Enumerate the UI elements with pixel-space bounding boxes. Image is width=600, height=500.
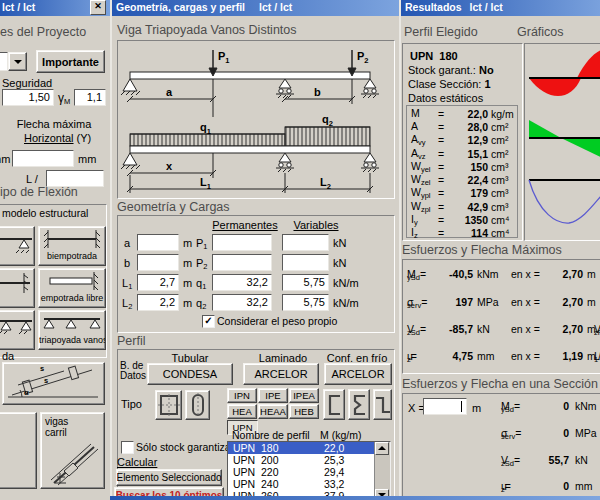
tab-graficos[interactable]: Gráficos <box>517 25 564 39</box>
q1-perm-input[interactable]: 32,2 <box>212 274 272 291</box>
tab-perfil-elegido[interactable]: Perfil Elegido <box>404 25 478 39</box>
titlebar-proyecto-text: lct / lct <box>2 1 35 13</box>
biempotrada-button[interactable]: biempotrada <box>38 226 106 266</box>
type-heaa-button[interactable]: HEAA <box>258 404 288 419</box>
svg-text:b: b <box>314 86 321 98</box>
table-row: Wzel=22,4cm³ <box>411 173 517 186</box>
geo-sym-a: a <box>124 237 130 251</box>
list-item[interactable]: UPN 22029,4 <box>228 466 390 478</box>
project-combo-field[interactable] <box>0 52 8 71</box>
l1-unit: m <box>183 277 192 289</box>
list-scrollbar[interactable] <box>374 442 390 500</box>
variables-link[interactable]: Variables <box>288 219 344 231</box>
bdatos-label: B. deDatos <box>120 361 146 381</box>
static-properties-table: M=22,0kg/m A=28,0cm² Avy=12,9cm² Avz=15,… <box>406 105 518 238</box>
type-heb-button[interactable]: HEB <box>289 404 319 419</box>
l2-input[interactable]: 2,2 <box>137 294 179 311</box>
round-tube-button[interactable] <box>185 390 210 420</box>
shear-diagram <box>529 120 600 160</box>
type-ipea-button[interactable]: IPEA <box>289 388 319 403</box>
table-row: Iz=114cm⁴ <box>411 227 517 240</box>
beam-diagram: P1 P2 a b q1 q2 x L1 L2 <box>120 42 392 194</box>
list-item[interactable]: UPN 20025,3 <box>228 454 390 466</box>
geo-sym-l2: L2 <box>122 297 132 311</box>
mm-right-label: mm <box>78 153 96 165</box>
vigas-carril-button[interactable]: vigascarril <box>40 412 105 489</box>
profile-name: UPN 180 <box>410 50 458 62</box>
viga-inclinada-button[interactable]: s s α <box>2 362 105 405</box>
geo-sym-p1: P1 <box>196 237 208 251</box>
horizontal-suffix: (Y) <box>74 132 92 144</box>
l1-input[interactable]: 2,7 <box>137 274 179 291</box>
deflection-diagram <box>529 180 600 223</box>
type-hea-button[interactable]: HEA <box>227 404 257 419</box>
stock-row: Stock garant.: No <box>408 64 494 76</box>
a-input[interactable] <box>137 234 179 251</box>
list-item[interactable]: UPN 24033,2 <box>228 478 390 490</box>
structural-model-button-partial-1[interactable] <box>0 226 35 266</box>
table-row: A=28,0cm² <box>411 120 517 133</box>
titlebar-resultados-tag: lct / lct <box>470 1 503 13</box>
peso-propio-checkbox[interactable] <box>202 315 215 328</box>
flecha-mm-input[interactable] <box>12 150 74 167</box>
datos-estaticos-label: Datos estáticos <box>408 92 483 104</box>
a-unit: m <box>183 237 192 249</box>
c-profile-button[interactable] <box>323 389 345 420</box>
beam-support-icon <box>0 227 34 261</box>
z-profile-button[interactable] <box>373 389 392 420</box>
scroll-up-icon[interactable] <box>375 442 389 455</box>
structural-model-button-partial-2[interactable] <box>0 268 35 308</box>
condesa-button[interactable]: CONDESA <box>147 363 233 385</box>
structural-model-button-partial-3[interactable] <box>0 310 35 350</box>
geometria-heading: Geometría y Cargas <box>117 200 230 214</box>
q2-perm-input[interactable]: 32,2 <box>212 294 272 311</box>
arcelor-laminado-button[interactable]: ARCELOR <box>243 363 319 385</box>
window-edge-strip <box>110 496 600 500</box>
graficos-box <box>524 43 600 241</box>
b-input[interactable] <box>137 254 179 271</box>
q2-var-input[interactable]: 5,75 <box>282 294 329 311</box>
rect-tube-button[interactable] <box>155 390 182 420</box>
list-item[interactable]: UPN 18022,0 <box>228 442 390 454</box>
inclinada-heading-tail: da <box>2 350 14 362</box>
table-row: Avz=15,1cm² <box>411 147 517 160</box>
maximos-heading: Esfuerzos y Flecha Máximos <box>402 243 562 257</box>
p2-var-input[interactable] <box>282 254 329 271</box>
biempotrada-icon <box>42 227 102 251</box>
titlebar-geometria[interactable]: Geometría, cargas y perfil lct / lct <box>112 0 404 16</box>
max-row-uz: uz = 4,75mm en x =1,19m L1 / 5 <box>403 350 600 366</box>
pin-support-icon <box>123 79 137 91</box>
type-ipe-button[interactable]: IPE <box>258 388 288 403</box>
flecha-maxima-label: Flecha máxima <box>8 118 100 130</box>
permanentes-link[interactable]: Permanentes <box>205 219 285 231</box>
p2-perm-input[interactable] <box>212 254 272 271</box>
p1-perm-input[interactable] <box>212 234 272 251</box>
calcular-link[interactable]: Calcular <box>117 456 157 468</box>
sigma-profile-button[interactable] <box>348 389 370 420</box>
gamma-m2-input[interactable]: 1,1 <box>74 89 106 106</box>
gamma-m1-input[interactable]: 1,50 <box>2 89 54 106</box>
elemento-seleccionado-button[interactable]: Elemento Seleccionado <box>116 469 222 486</box>
type-ipn-button[interactable]: IPN <box>227 388 257 403</box>
titlebar-resultados-text: Resultados <box>405 1 462 13</box>
p1-var-input[interactable] <box>282 234 329 251</box>
svg-text:α: α <box>24 388 29 397</box>
empotrada-libre-button[interactable]: empotrada libre <box>38 268 106 308</box>
bottom-left-button-partial[interactable] <box>0 412 37 489</box>
q1-var-input[interactable]: 5,75 <box>282 274 329 291</box>
stock-garantizado-checkbox[interactable] <box>121 441 134 454</box>
close-icon[interactable] <box>90 0 106 15</box>
roller-support-icon <box>361 79 379 98</box>
max-row-vzsd: VzSd = -85,7kN en x =2,70m VzRd <box>403 323 600 339</box>
horizontal-link[interactable]: Horizontal <box>24 132 74 144</box>
max-row-mysd: MySd = -40,5kNm en x =2,70m <box>403 268 600 284</box>
b-unit: m <box>183 257 192 269</box>
arcelor-frio-button[interactable]: ARCELOR <box>324 363 392 385</box>
titlebar-resultados[interactable]: Resultados lct / lct <box>401 0 600 16</box>
combo-dropdown-icon[interactable] <box>8 52 27 71</box>
triapoyada-button[interactable]: triapoyada vanos ≠ <box>38 310 106 350</box>
importante-button[interactable]: Importante <box>36 50 105 73</box>
maximos-box: MySd = -40,5kNm en x =2,70m σserv= 197MP… <box>402 259 600 374</box>
crane-rail-icon <box>44 441 102 487</box>
list-header-m: M (kg/m) <box>320 429 361 441</box>
